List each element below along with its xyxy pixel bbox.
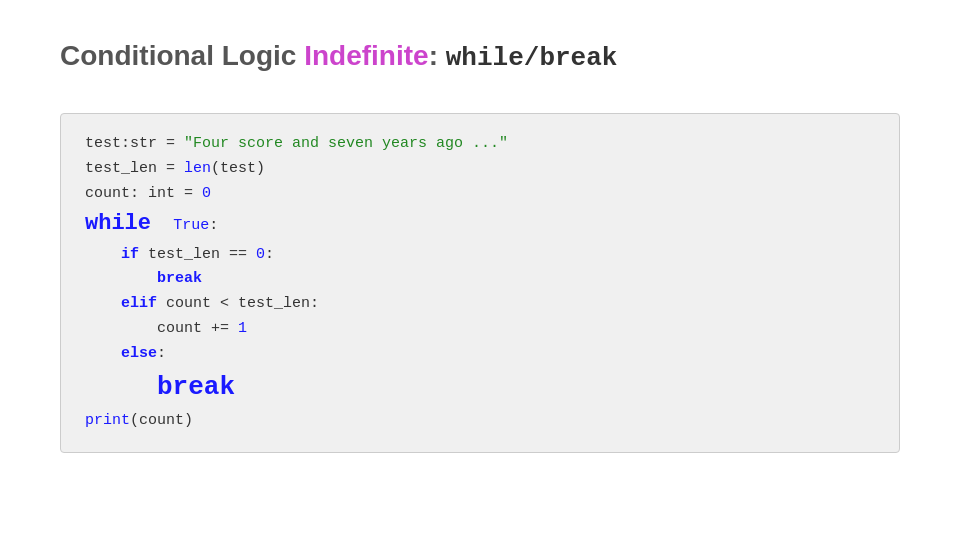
code-block: test:str = "Four score and seven years a… — [60, 113, 900, 453]
page-title: Conditional Logic Indefinite: while/brea… — [60, 40, 900, 73]
code-line-4: while True: — [85, 206, 875, 242]
code-line-6: break — [85, 267, 875, 292]
code-line-7: elif count < test_len: — [85, 292, 875, 317]
code-line-2: test_len = len(test) — [85, 157, 875, 182]
page: Conditional Logic Indefinite: while/brea… — [0, 0, 960, 540]
code-line-5: if test_len == 0: — [85, 243, 875, 268]
code-line-1: test:str = "Four score and seven years a… — [85, 132, 875, 157]
code-line-10: break — [85, 366, 875, 409]
code-line-3: count: int = 0 — [85, 182, 875, 207]
code-line-9: else: — [85, 342, 875, 367]
title-keyword: Indefinite — [304, 40, 428, 71]
code-line-11: print(count) — [85, 409, 875, 434]
code-line-8: count += 1 — [85, 317, 875, 342]
title-code: while/break — [446, 43, 618, 73]
title-text-1: Conditional Logic — [60, 40, 304, 71]
title-colon: : — [429, 40, 446, 71]
